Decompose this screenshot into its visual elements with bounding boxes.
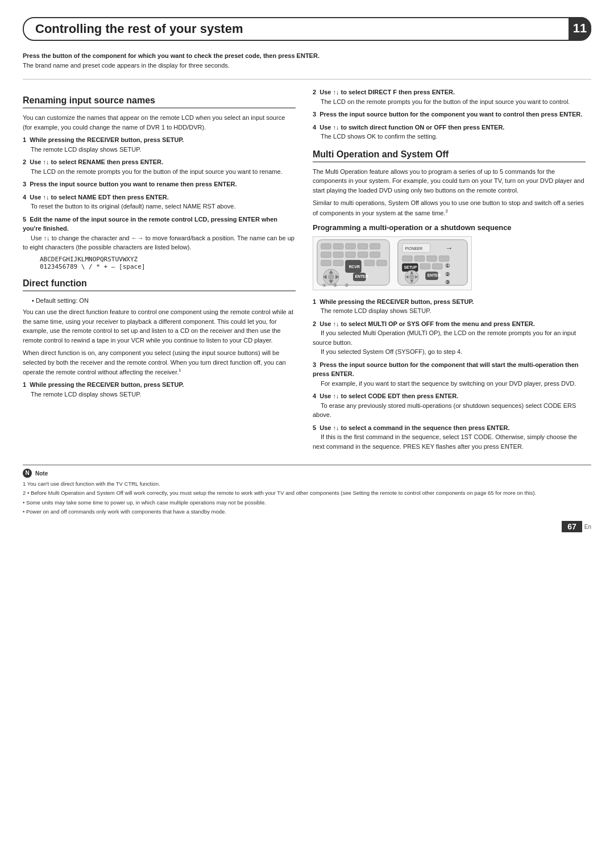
svg-rect-5 bbox=[370, 243, 380, 249]
renaming-step4-text: To reset the button to its original (def… bbox=[31, 203, 236, 210]
direct-step1-text: The remote LCD display shows SETUP. bbox=[31, 391, 141, 398]
notes-section: N Note 1 You can't use direct function w… bbox=[23, 465, 591, 515]
svg-text:③: ③ bbox=[345, 283, 349, 288]
intro-block: Press the button of the component for wh… bbox=[23, 51, 591, 80]
renaming-step4: 4 Use ↑↓ to select NAME EDT then press E… bbox=[23, 193, 296, 211]
svg-rect-34 bbox=[439, 256, 449, 261]
right-column: 2 Use ↑↓ to select DIRECT F then press E… bbox=[313, 87, 586, 454]
renaming-intro: You can customize the names that appear … bbox=[23, 113, 296, 132]
direct-function-footnote: 1 bbox=[179, 368, 181, 373]
left-column: Renaming input source names You can cust… bbox=[23, 87, 296, 454]
char-table: ABCDEFGHIJKLMNOPQRSTUVWXYZ 0123456789 \ … bbox=[40, 256, 296, 270]
svg-rect-15 bbox=[364, 260, 375, 266]
multi-step1-bold: While pressing the RECEIVER button, pres… bbox=[320, 298, 474, 305]
multi-step2: 2 Use ↑↓ to select MULTI OP or SYS OFF f… bbox=[313, 319, 586, 357]
svg-rect-38 bbox=[432, 264, 442, 269]
svg-rect-4 bbox=[358, 243, 368, 249]
renaming-step2-text: The LCD on the remote prompts you for th… bbox=[31, 168, 283, 175]
direct-step2: 2 Use ↑↓ to select DIRECT F then press E… bbox=[313, 87, 586, 106]
svg-rect-7 bbox=[333, 252, 343, 257]
svg-rect-3 bbox=[346, 243, 356, 249]
renaming-step5: 5 Edit the name of the input source in t… bbox=[23, 215, 296, 252]
multi-step4-bold: Use ↑↓ to select CODE EDT then press ENT… bbox=[320, 393, 458, 399]
direct-step4-bold: Use ↑↓ to switch direct function ON or O… bbox=[320, 124, 504, 131]
renaming-step4-bold: Use ↑↓ to select NAME EDT then press ENT… bbox=[30, 194, 169, 201]
direct-function-intro: You can use the direct function feature … bbox=[23, 307, 296, 345]
renaming-step1-text: The remote LCD display shows SETUP. bbox=[31, 146, 141, 153]
svg-rect-37 bbox=[420, 264, 430, 269]
multi-op-footnote: 2 bbox=[446, 208, 448, 214]
page-title: Controlling the rest of your system bbox=[35, 22, 579, 36]
char-line1: ABCDEFGHIJKLMNOPQRSTUVWXYZ bbox=[40, 256, 296, 263]
note-icon-row: N Note bbox=[23, 469, 591, 478]
multi-op-para2: Similar to multi operations, System Off … bbox=[313, 198, 586, 218]
svg-text:ENTER: ENTER bbox=[355, 274, 368, 278]
note2: 2 • Before Multi Operation and System Of… bbox=[23, 489, 591, 496]
multi-step3: 3 Press the input source button for the … bbox=[313, 360, 586, 389]
svg-point-22 bbox=[328, 274, 334, 279]
page-chapter-number: 11 bbox=[569, 17, 591, 40]
svg-rect-1 bbox=[321, 243, 331, 249]
direct-step2-bold: Use ↑↓ to select DIRECT F then press ENT… bbox=[320, 89, 455, 95]
svg-text:RCVR: RCVR bbox=[349, 264, 360, 268]
note1: 1 You can't use direct function with the… bbox=[23, 480, 591, 487]
direct-step1-bold: While pressing the RECEIVER button, pres… bbox=[30, 381, 184, 388]
renaming-step5-text: Use ↑↓ to change the character and ←→ to… bbox=[23, 235, 294, 251]
footer-lang: En bbox=[584, 524, 591, 530]
svg-text:②: ② bbox=[333, 283, 337, 288]
intro-step3: Press the button of the component for wh… bbox=[23, 51, 591, 70]
page-header: Controlling the rest of your system 11 bbox=[23, 17, 591, 41]
remote-svg: RCVR ENTER ① ② ③ PIONEER bbox=[313, 236, 472, 290]
renaming-step3-bold: Press the input source button you want t… bbox=[30, 181, 237, 187]
direct-step3: 3 Press the input source button for the … bbox=[313, 110, 586, 119]
renaming-step5-bold: Edit the name of the input source in the… bbox=[23, 216, 277, 232]
footer-page-number: 67 bbox=[562, 521, 582, 532]
svg-rect-11 bbox=[321, 260, 331, 266]
svg-rect-9 bbox=[358, 252, 368, 257]
multi-op-section-title: Multi Operation and System Off bbox=[313, 149, 586, 162]
note3: • Some units may take some time to power… bbox=[23, 499, 591, 506]
note-icon: N bbox=[23, 469, 32, 478]
multi-step1-text: The remote LCD display shows SETUP. bbox=[321, 307, 431, 314]
renaming-step2-bold: Use ↑↓ to select RENAME then press ENTER… bbox=[30, 158, 163, 165]
direct-step2-text: The LCD on the remote prompts you for th… bbox=[321, 98, 570, 105]
programming-sub-title: Programming a multi-operation or a shutd… bbox=[313, 223, 586, 232]
intro-step3-text: The brand name and preset code appears i… bbox=[23, 62, 230, 69]
svg-text:②: ② bbox=[445, 271, 450, 277]
direct-step3-bold: Press the input source button for the co… bbox=[320, 111, 582, 118]
svg-text:→: → bbox=[445, 244, 453, 252]
direct-step1: 1 While pressing the RECEIVER button, pr… bbox=[23, 380, 296, 399]
svg-rect-32 bbox=[414, 256, 425, 261]
svg-text:PIONEER: PIONEER bbox=[405, 246, 423, 250]
multi-step2-text1: If you selected Multi Operation (MULTI O… bbox=[313, 329, 576, 346]
svg-point-44 bbox=[409, 274, 414, 279]
direct-function-bullet1: • Default setting: ON bbox=[32, 296, 296, 306]
renaming-section-title: Renaming input source names bbox=[23, 95, 296, 108]
direct-step4-text: The LCD shows OK to confirm the setting. bbox=[321, 133, 437, 140]
multi-step4-text: To erase any previously stored multi-ope… bbox=[313, 402, 576, 419]
svg-rect-10 bbox=[370, 252, 380, 257]
multi-step4: 4 Use ↑↓ to select CODE EDT then press E… bbox=[313, 391, 586, 420]
content-columns: Renaming input source names You can cust… bbox=[23, 87, 591, 454]
multi-op-intro: The Multi Operation feature allows you t… bbox=[313, 167, 586, 195]
multi-step5: 5 Use ↑↓ to select a command in the sequ… bbox=[313, 423, 586, 452]
note-label: Note bbox=[35, 470, 48, 477]
svg-rect-31 bbox=[403, 256, 413, 261]
svg-rect-33 bbox=[427, 256, 437, 261]
remote-illustration: RCVR ENTER ① ② ③ PIONEER bbox=[313, 236, 586, 291]
renaming-step3: 3 Press the input source button you want… bbox=[23, 180, 296, 189]
multi-step1: 1 While pressing the RECEIVER button, pr… bbox=[313, 297, 586, 316]
note4: • Power on and off commands only work wi… bbox=[23, 508, 591, 515]
direct-function-title: Direct function bbox=[23, 278, 296, 291]
svg-text:ENTER: ENTER bbox=[428, 273, 441, 277]
multi-step3-bold: Press the input source button for the co… bbox=[313, 361, 579, 378]
multi-step3-text: For example, if you want to start the se… bbox=[321, 380, 576, 387]
svg-text:③: ③ bbox=[445, 279, 450, 285]
svg-rect-12 bbox=[333, 260, 343, 266]
multi-step2-bold: Use ↑↓ to select MULTI OP or SYS OFF fro… bbox=[320, 320, 535, 327]
svg-rect-2 bbox=[333, 243, 343, 249]
svg-text:①: ① bbox=[322, 283, 326, 288]
char-line2: 0123456789 \ / * + – [space] bbox=[40, 263, 296, 270]
intro-step3-bold: Press the button of the component for wh… bbox=[23, 52, 320, 59]
svg-text:SETUP: SETUP bbox=[404, 265, 417, 269]
